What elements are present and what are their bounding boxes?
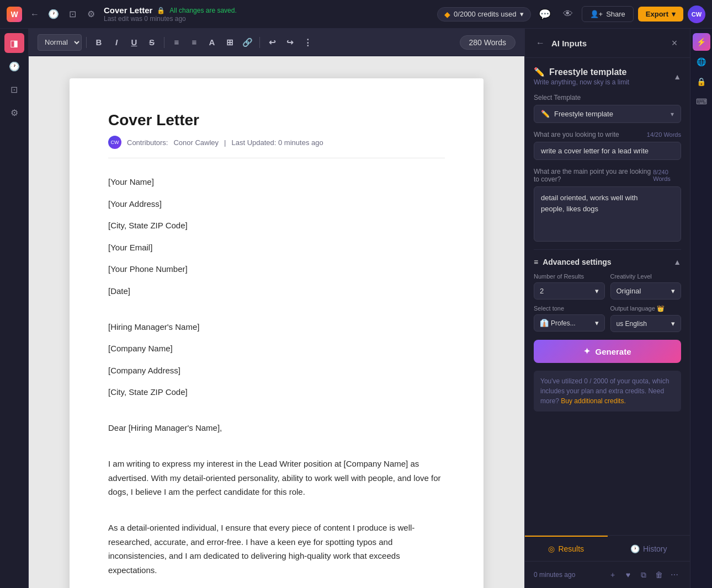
- what-write-header: What are you looking to write 14/20 Word…: [534, 131, 681, 138]
- results-value: 2: [540, 287, 544, 295]
- result-add-button[interactable]: +: [606, 568, 619, 581]
- template-label: Select Template: [534, 94, 681, 101]
- results-select[interactable]: 2 ▾: [534, 282, 605, 300]
- tab-results[interactable]: ◎ Results: [525, 536, 608, 561]
- document-title-area: Cover Letter 🔒 All changes are saved. La…: [104, 6, 237, 23]
- address-line-4: [Your Email]: [108, 240, 445, 255]
- preview-button[interactable]: 👁: [559, 5, 577, 24]
- advanced-collapse-button[interactable]: ▲: [673, 258, 681, 266]
- panel-close-button[interactable]: ×: [668, 36, 681, 50]
- sidebar-document-icon[interactable]: ◨: [4, 33, 24, 53]
- right-icon-keyboard[interactable]: ⌨: [693, 93, 710, 110]
- document-heading: Cover Letter: [108, 111, 445, 129]
- results-tab-icon: ◎: [548, 544, 555, 553]
- credits-label: 0/2000 credits used: [454, 10, 516, 18]
- right-icon-ai[interactable]: ⚡: [693, 33, 710, 51]
- underline-button[interactable]: U: [126, 35, 142, 50]
- back-button[interactable]: ←: [26, 6, 43, 23]
- generate-button[interactable]: ✦ Generate: [534, 340, 681, 363]
- results-count-label: Number of Results: [534, 273, 605, 280]
- what-write-input[interactable]: [534, 142, 681, 160]
- color-button[interactable]: A: [204, 35, 220, 50]
- main-layout: ◨ 🕐 ⊡ ⚙ Normal B I U S ≡ ≡ A ⊞ 🔗 ↩ ↪ ⋮: [0, 29, 712, 588]
- strikethrough-button[interactable]: S: [144, 35, 160, 50]
- export-button[interactable]: Export ▾: [638, 7, 683, 22]
- what-write-label: What are you looking to write: [534, 131, 619, 138]
- align-button[interactable]: ≡: [187, 35, 202, 50]
- list-button[interactable]: ≡: [169, 35, 184, 50]
- more-options-button[interactable]: ⋮: [300, 35, 315, 50]
- main-points-count: 8/240 Words: [653, 169, 681, 182]
- toolbar-divider-1: [86, 37, 87, 48]
- history-button[interactable]: 🕐: [45, 6, 62, 23]
- address-line-5: [Your Phone Number]: [108, 262, 445, 276]
- italic-button[interactable]: I: [109, 35, 124, 50]
- creativity-select[interactable]: Original ▾: [610, 282, 682, 300]
- right-icon-globe[interactable]: 🌐: [693, 53, 710, 71]
- credits-chevron: ▾: [520, 10, 524, 18]
- result-delete-button[interactable]: 🗑: [652, 568, 666, 581]
- link-button[interactable]: 🔗: [240, 35, 255, 50]
- panel-title: AI Inputs: [551, 39, 668, 48]
- address-line-2: [Your Address]: [108, 197, 445, 211]
- document-body[interactable]: [Your Name] [Your Address] [City, State …: [108, 175, 445, 588]
- copy-button[interactable]: ⊡: [64, 6, 81, 23]
- recipient-line-4: [City, State ZIP Code]: [108, 385, 445, 399]
- document-container: Cover Letter CW Contributors: Conor Cawl…: [29, 56, 524, 588]
- redo-button[interactable]: ↪: [282, 35, 297, 50]
- generate-label: Generate: [595, 347, 631, 356]
- generate-sparkle-icon: ✦: [583, 346, 591, 356]
- paragraph-2: As a detail-oriented individual, I ensur…: [108, 521, 445, 577]
- creativity-value: Original: [617, 287, 641, 295]
- results-chevron-icon: ▾: [595, 287, 599, 295]
- left-sidebar: ◨ 🕐 ⊡ ⚙: [0, 29, 29, 588]
- panel-back-button[interactable]: ←: [534, 36, 547, 50]
- template-icon: ✏️: [541, 110, 550, 118]
- settings-grid-top: Number of Results 2 ▾ Creativity Level O…: [534, 273, 681, 300]
- tone-select[interactable]: 👔 Profes... ▾: [534, 314, 605, 332]
- tone-chevron-icon: ▾: [595, 319, 599, 327]
- ai-panel: ← AI Inputs × ✏️ Freestyle template Writ…: [524, 29, 690, 588]
- share-button[interactable]: 👤+ Share: [582, 6, 634, 22]
- main-points-label: What are the main point you are looking …: [534, 168, 653, 183]
- address-line-3: [City, State ZIP Code]: [108, 218, 445, 233]
- tab-history[interactable]: 🕐 History: [608, 536, 690, 561]
- recipient-line-3: [Company Address]: [108, 364, 445, 378]
- what-write-group: What are you looking to write 14/20 Word…: [534, 131, 681, 160]
- last-edit: Last edit was 0 minutes ago: [104, 15, 237, 23]
- recipient-line-1: [Hiring Manager's Name]: [108, 320, 445, 334]
- template-select[interactable]: ✏️ Freestyle template ▾: [534, 105, 681, 123]
- result-more-button[interactable]: ⋯: [668, 568, 681, 581]
- sidebar-settings-icon[interactable]: ⚙: [4, 103, 24, 122]
- address-line-6: [Date]: [108, 284, 445, 298]
- panel-content: ✏️ Freestyle template Write anything, no…: [525, 58, 690, 535]
- undo-button[interactable]: ↩: [264, 35, 280, 50]
- settings-button[interactable]: ⚙: [83, 6, 99, 23]
- creativity-label: Creativity Level: [610, 273, 682, 280]
- text-style-select[interactable]: Normal: [38, 34, 82, 51]
- recipient-line-2: [Company Name]: [108, 341, 445, 356]
- last-updated: Last Updated: 0 minutes ago: [231, 138, 323, 147]
- lock-icon: 🔒: [157, 7, 165, 14]
- quota-link[interactable]: Buy additional credits.: [561, 397, 625, 405]
- advanced-settings-section: ≡ Advanced settings ▲ Number of Results …: [534, 249, 681, 332]
- template-chevron-icon: ▾: [671, 110, 674, 118]
- user-avatar[interactable]: CW: [688, 6, 705, 23]
- result-copy-button[interactable]: ⧉: [637, 568, 650, 581]
- bold-button[interactable]: B: [91, 35, 107, 50]
- section-subtitle: Write anything, now sky is a limit: [534, 78, 629, 86]
- language-select[interactable]: us English ▾: [610, 315, 682, 332]
- main-points-textarea[interactable]: detail oriented, works well with people,…: [534, 186, 681, 242]
- results-area: 0 minutes ago + ♥ ⧉ 🗑 ⋯: [525, 561, 690, 588]
- table-button[interactable]: ⊞: [222, 35, 237, 50]
- greeting: Dear [Hiring Manager's Name],: [108, 421, 445, 435]
- document[interactable]: Cover Letter CW Contributors: Conor Cawl…: [70, 78, 483, 588]
- credits-badge[interactable]: ◆ 0/2000 credits used ▾: [437, 7, 530, 22]
- chat-button[interactable]: 💬: [535, 5, 554, 24]
- result-heart-button[interactable]: ♥: [621, 568, 635, 581]
- sidebar-copy-icon[interactable]: ⊡: [4, 79, 24, 99]
- collapse-button[interactable]: ▲: [673, 72, 681, 81]
- right-icon-lock[interactable]: 🔒: [693, 73, 710, 90]
- sidebar-history-icon[interactable]: 🕐: [4, 56, 24, 76]
- result-actions: + ♥ ⧉ 🗑 ⋯: [606, 568, 681, 581]
